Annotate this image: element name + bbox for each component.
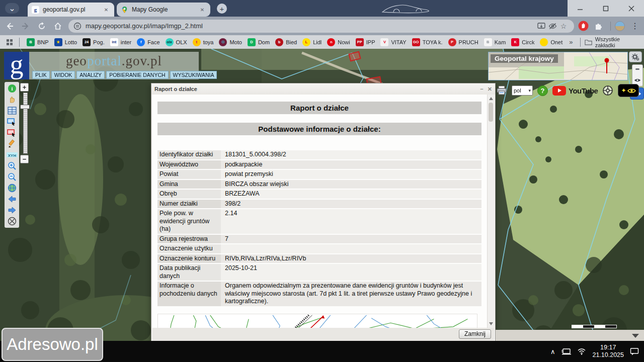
window-maximize-button[interactable] — [593, 0, 619, 17]
scrollbar-up-arrow[interactable] — [489, 97, 493, 100]
url-text[interactable]: mapy.geoportal.gov.pl/imap/Imgp_2.html — [86, 22, 536, 30]
zoom-slider-handle[interactable] — [20, 105, 30, 109]
bookmark-item[interactable]: O Moto — [219, 38, 242, 46]
all-bookmarks-button[interactable]: Wszystkie zakładki — [577, 36, 639, 48]
zoom-out-tool-button[interactable] — [6, 171, 18, 183]
geoportal-logo[interactable]: g — [4, 52, 29, 79]
dash-icon[interactable] — [635, 68, 639, 70]
reload-button[interactable] — [35, 20, 48, 33]
dialog-titlebar[interactable]: Raport o działce − ✕ — [151, 83, 495, 95]
bookmarks-overflow-button[interactable]: » — [569, 38, 573, 46]
bookmark-item[interactable]: int inter — [110, 38, 131, 46]
url-bar[interactable]: mapy.geoportal.gov.pl/imap/Imgp_2.html ☆ — [68, 20, 574, 33]
taskbar-clock[interactable]: 19:17 21.10.2025 — [592, 344, 624, 359]
extensions-button[interactable] — [592, 20, 604, 32]
folder-icon — [585, 39, 592, 45]
next-view-button[interactable] — [6, 205, 18, 216]
tab-close-icon[interactable]: ✕ — [198, 6, 206, 14]
wheel-settings-button[interactable] — [602, 85, 613, 96]
youtube-link[interactable]: YouTube — [552, 86, 598, 96]
media-cast-button[interactable] — [536, 21, 547, 32]
bookmark-item[interactable]: D Dom — [248, 38, 270, 46]
zoom-slider-track[interactable] — [23, 93, 28, 154]
attribute-table-tool-button[interactable] — [6, 105, 18, 116]
minimap-settings-button[interactable] — [629, 51, 642, 62]
dialog-minimize-icon[interactable]: − — [480, 86, 483, 92]
device-icon[interactable] — [561, 348, 571, 355]
notifications-icon[interactable] — [630, 347, 639, 355]
xyh-coordinates-tool-button[interactable]: XYH — [6, 149, 18, 160]
geoportal-menu-item[interactable]: PLIK — [32, 71, 50, 79]
bookmark-star-button[interactable]: ☆ — [558, 21, 569, 32]
bookmark-item[interactable]: P PRUCH — [448, 38, 478, 46]
full-extent-tool-button[interactable] — [6, 183, 18, 194]
zoom-slider-minus-button[interactable]: − — [20, 155, 29, 163]
watermark-label: Adresowo.pl — [7, 335, 98, 354]
forward-button[interactable] — [19, 20, 32, 33]
bookmark-item[interactable]: V VITAY — [380, 38, 406, 46]
profile-avatar[interactable] — [614, 20, 626, 32]
geoportal-menu-item[interactable]: ANALIZY — [76, 71, 105, 79]
reading-mode-button[interactable] — [547, 21, 558, 32]
tab-title: Mapy Google — [132, 6, 198, 13]
bookmark-item[interactable]: ★ Lotto — [54, 38, 77, 46]
deselect-rectangle-tool-button[interactable] — [6, 127, 18, 138]
bookmark-item[interactable]: t toya — [193, 38, 214, 46]
eye-icon[interactable] — [634, 78, 641, 82]
tab-close-icon[interactable]: ✕ — [102, 6, 110, 14]
collapse-panel-icon[interactable] — [632, 334, 639, 338]
bookmark-item[interactable]: L Lidl — [302, 38, 321, 46]
new-tab-button[interactable]: + — [217, 4, 227, 14]
geoportal-menu-item[interactable]: WIDOK — [51, 71, 75, 79]
tab-mapy-google[interactable]: Mapy Google ✕ — [117, 3, 210, 17]
scrollbar-thumb[interactable] — [489, 103, 493, 122]
bookmark-item[interactable]: GO TOYA k. — [412, 38, 443, 46]
previous-view-button[interactable] — [6, 194, 18, 205]
select-rectangle-tool-button[interactable] — [6, 116, 18, 127]
bookmark-item[interactable]: B BNP — [27, 38, 49, 46]
help-button[interactable]: ? — [537, 85, 548, 96]
window-close-button[interactable] — [618, 0, 644, 17]
parcel-map-preview[interactable] — [157, 314, 477, 328]
bookmark-item[interactable]: 24 Pog. — [83, 38, 105, 46]
bookmark-item[interactable]: olx OLX — [166, 38, 187, 46]
wifi-icon[interactable] — [577, 348, 586, 355]
bookmark-item[interactable]: Onet — [540, 38, 562, 46]
info-tool-button[interactable]: i — [6, 83, 18, 94]
tab-geoportal[interactable]: g geoportal.gov.pl ✕ — [28, 3, 114, 17]
overview-minimap[interactable]: Geoportal krajowy — [488, 52, 628, 80]
contrast-mode-button[interactable]: ✦ — [618, 84, 639, 97]
geoportal-menu-item[interactable]: WYSZUKIWANIA — [170, 71, 217, 79]
tray-chevron-icon[interactable]: ∧ — [550, 348, 555, 355]
tab-search-button[interactable]: ⌄ — [5, 3, 19, 14]
site-settings-icon[interactable] — [73, 22, 82, 30]
bookmark-item[interactable]: f Face — [137, 38, 159, 46]
print-button[interactable] — [496, 85, 507, 96]
bookmark-item[interactable]: PP IPP — [356, 38, 375, 46]
pan-tool-button[interactable] — [6, 94, 18, 105]
bookmark-item[interactable]: K Circk — [511, 38, 534, 46]
draw-tool-button[interactable] — [6, 138, 18, 149]
bookmark-label: Nowi — [338, 39, 350, 45]
adblock-extension-button[interactable] — [577, 20, 589, 32]
browser-menu-button[interactable]: ⋮ — [629, 20, 641, 32]
dialog-scrollbar[interactable] — [487, 95, 494, 328]
clear-selection-tool-button[interactable] — [6, 216, 18, 227]
row-value: BRZEŻAWA — [221, 190, 481, 199]
zoom-in-tool-button[interactable] — [6, 160, 18, 171]
apps-grid-button[interactable] — [3, 36, 16, 49]
close-dialog-button[interactable]: Zamknij — [459, 329, 491, 339]
google-maps-pin-icon — [121, 6, 128, 14]
geoportal-menu-item[interactable]: POBIERANIE DANYCH — [106, 71, 168, 79]
dialog-close-icon[interactable]: ✕ — [488, 86, 492, 93]
scrollbar-down-arrow[interactable] — [489, 322, 493, 325]
bookmark-item[interactable]: b Bied — [275, 38, 297, 46]
language-select[interactable]: pol ▾ — [512, 85, 533, 96]
window-minimize-button[interactable] — [568, 0, 593, 17]
zoom-slider-plus-button[interactable]: + — [20, 83, 29, 92]
bookmark-item[interactable]: n Nowi — [327, 38, 350, 46]
table-row: Obręb BRZEŻAWA — [157, 190, 481, 199]
bookmark-item[interactable]: B Kam — [484, 38, 506, 46]
home-button[interactable] — [51, 20, 64, 33]
back-button[interactable] — [3, 20, 16, 33]
